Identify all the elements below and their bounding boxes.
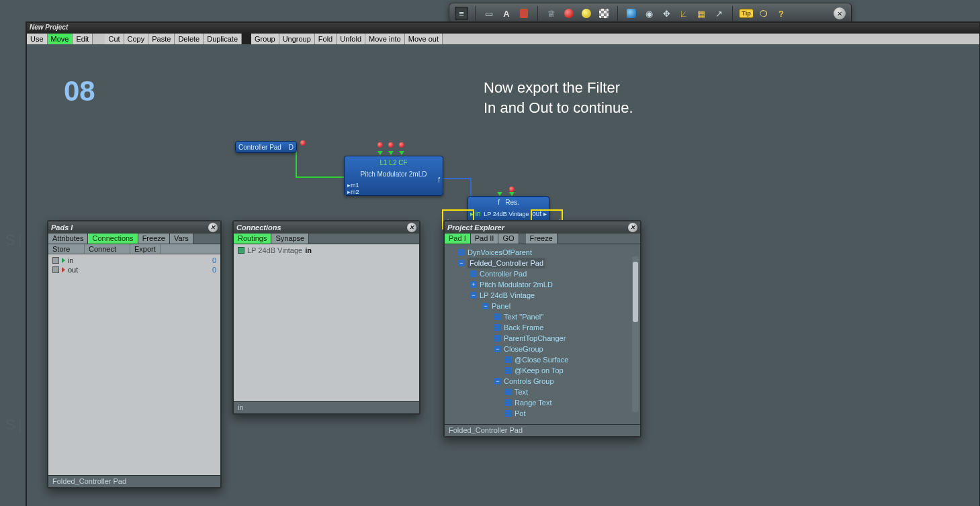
tree-item[interactable]: −Folded_Controller Pad [446,258,639,268]
yellow-dot-icon[interactable] [580,7,593,20]
connection-row[interactable]: LP 24dB Vintage in [235,246,418,255]
pads-title[interactable]: Pads I ✕ [48,221,220,234]
port-arrow-icon[interactable] [388,151,394,155]
tree-item[interactable]: −LP 24dB Vintage [446,290,639,301]
explorer-body[interactable]: DynVoicesOfParent −Folded_Controller Pad… [445,244,640,424]
tab-routings[interactable]: Routings [234,234,271,244]
tree-item[interactable]: DynVoicesOfParent [446,247,639,258]
scrollbar[interactable] [632,256,639,412]
collapse-icon[interactable]: − [494,378,501,385]
node-icon [458,249,465,256]
connections-panel[interactable]: Connections ✕ Routings Synapse LP 24dB V… [232,220,420,415]
explorer-title[interactable]: Project Explorer ✕ [445,221,640,234]
port-dot-icon[interactable] [377,142,383,148]
connections-body[interactable]: LP 24dB Vintage in [234,244,419,401]
port-arrow-icon[interactable] [399,151,404,155]
tree-item[interactable]: Text [446,387,639,397]
explorer-tree: DynVoicesOfParent −Folded_Controller Pad… [445,244,640,421]
tab-go[interactable]: GO [498,234,519,244]
tree-item[interactable]: Pot [446,408,639,419]
close-icon[interactable]: ✕ [208,223,218,232]
row-name: out [68,266,78,274]
out-arrow-icon [62,267,65,272]
scroll-thumb[interactable] [633,262,638,322]
tree-item[interactable]: +Pitch Modulator 2mLD [446,279,639,290]
tab-freeze[interactable]: Freeze [526,234,558,244]
close-icon[interactable]: ✕ [628,223,637,232]
pad-row[interactable]: out 0 [50,265,219,274]
link-icon[interactable]: ↗ [712,7,725,20]
card-icon[interactable]: ▭ [482,7,496,20]
tree-item[interactable]: Back Frame [446,322,639,333]
connections-title[interactable]: Connections ✕ [234,221,419,234]
node-icon [505,389,512,395]
node-port-m1[interactable]: ▸m1 [347,182,359,189]
header-export[interactable]: Export [130,244,161,254]
menu-icon[interactable]: ≡ [455,7,468,20]
tab-pad1[interactable]: Pad I [445,234,471,244]
port-dot-icon[interactable] [388,142,394,148]
collapse-icon[interactable]: − [470,292,477,299]
book-icon[interactable] [625,7,638,20]
explorer-panel[interactable]: Project Explorer ✕ Pad I Pad II GO Freez… [443,220,641,438]
tab-connections[interactable]: Connections [88,234,138,244]
tip-icon[interactable]: Tip [740,7,753,20]
pads-body[interactable]: in 0 out 0 [48,254,220,475]
tree-item[interactable]: −CloseGroup [446,344,639,354]
tree-item[interactable]: @Close Surface [446,354,639,365]
close-icon[interactable]: ✕ [834,7,846,19]
axes-icon[interactable]: ⟀ [677,7,691,20]
tree-item[interactable]: @Keep on Top [446,365,639,376]
port-dot-icon[interactable] [509,187,515,192]
node-icon [494,313,501,320]
row-icon[interactable] [52,257,59,264]
port-arrow-icon[interactable] [377,151,383,155]
header-connect[interactable]: Connect [85,244,130,254]
tree-item[interactable]: Text "Panel" [446,311,639,322]
tree-item[interactable]: ParentTopChanger [446,333,639,344]
explorer-tabs: Pad I Pad II GO Freeze [445,234,640,244]
tree-item[interactable]: Controller Pad [446,268,639,279]
node-port-m2[interactable]: ▸m2 [347,189,359,195]
tab-vars[interactable]: Vars [170,234,193,244]
port-arrow-icon[interactable] [497,192,502,196]
port-arrow-icon[interactable] [509,192,515,196]
tablet-icon[interactable] [517,7,531,20]
collapse-icon[interactable]: − [458,260,465,266]
explorer-foot: Folded_Controller Pad [445,424,640,436]
grid-icon[interactable]: ▦ [695,7,708,20]
help-icon[interactable]: ? [774,7,788,20]
port-dot-icon[interactable] [399,142,404,148]
move-icon[interactable]: ✥ [660,7,673,20]
tab-freeze[interactable]: Freeze [138,234,170,244]
collapse-icon[interactable]: − [494,346,501,352]
tree-item[interactable]: −Panel [446,301,639,311]
red-dot-icon[interactable] [562,7,576,20]
row-icon[interactable] [52,266,59,273]
row-val: 0 [212,266,216,274]
tab-synapse[interactable]: Synapse [271,234,309,244]
text-icon[interactable]: A [500,7,513,20]
tree-item[interactable]: Range Text [446,397,639,408]
bulb-icon[interactable]: ❍ [757,7,770,20]
header-store[interactable]: Store [48,244,85,254]
node-icon [505,399,512,406]
node-port-f[interactable]: f [438,176,440,184]
tab-attributes[interactable]: Attributes [48,234,88,244]
checker-icon[interactable] [597,7,611,20]
node-port-out[interactable]: D [289,144,294,151]
signal-icon [238,247,244,254]
connection-module: LP 24dB Vintage [247,246,302,254]
pads-panel[interactable]: Pads I ✕ Attributes Connections Freeze V… [47,220,222,489]
port-dot-icon[interactable] [300,140,306,146]
target-icon[interactable]: ◉ [642,7,656,20]
tree-item[interactable]: −Controls Group [446,376,639,387]
tab-pad2[interactable]: Pad II [471,234,499,244]
pad-row[interactable]: in 0 [50,256,219,265]
close-icon[interactable]: ✕ [407,223,416,232]
mixer-icon[interactable]: ♕ [545,7,558,20]
node-pitch-modulator[interactable]: L1 L2 CF Pitch Modulator 2mLD ▸m1 ▸m2 f [344,156,443,196]
expand-icon[interactable]: + [470,281,477,288]
collapse-icon[interactable]: − [482,303,489,309]
node-controller-pad[interactable]: Controller Pad D [235,141,297,153]
